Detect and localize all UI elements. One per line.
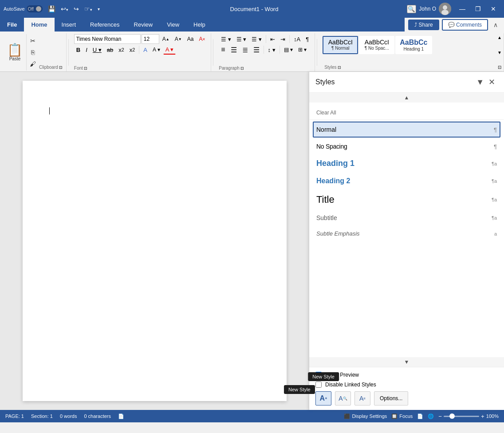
styles-panel-close-button[interactable]: ✕ [486, 76, 498, 88]
redo-button[interactable]: ↪ [72, 4, 81, 13]
tab-home[interactable]: Home [24, 18, 54, 31]
touch-button[interactable]: ☞▾ [83, 4, 94, 13]
zoom-out-button[interactable]: − [438, 413, 442, 420]
subscript-button[interactable]: x2 [116, 45, 126, 55]
style-item-title[interactable]: Title ¶a [309, 189, 504, 210]
document-page[interactable] [23, 81, 287, 401]
inc-indent-button[interactable]: ⇥ [278, 34, 287, 44]
show-marks-button[interactable]: ¶ [303, 34, 311, 44]
font-size-input[interactable] [142, 34, 159, 44]
clear-all-item[interactable]: Clear All [309, 105, 504, 120]
format-painter-button[interactable]: 🖌 [28, 59, 37, 68]
align-center-button[interactable]: ☰ [228, 45, 239, 55]
panel-scroll-up-button[interactable]: ▲ [309, 93, 504, 102]
collapse-ribbon-button[interactable]: ∧ [491, 20, 500, 29]
style-h1-btn[interactable]: AaBbCc Heading 1 [395, 36, 432, 54]
underline-button[interactable]: U ▾ [91, 45, 104, 55]
customize-qa-button[interactable]: ▾ [96, 6, 102, 12]
borders-button[interactable]: ⊞ ▾ [296, 45, 309, 55]
tab-review[interactable]: Review [127, 18, 160, 31]
tab-view[interactable]: View [160, 18, 186, 31]
tab-help[interactable]: Help [186, 18, 213, 31]
line-spacing-button[interactable]: ↕ ▾ [266, 45, 278, 55]
style-item-subtitle[interactable]: Subtitle ¶a [309, 210, 504, 226]
numbering-button[interactable]: ☰ ▾ [234, 34, 249, 44]
tab-references[interactable]: References [83, 18, 126, 31]
zoom-percent: 100% [486, 413, 499, 419]
minimize-button[interactable]: — [455, 4, 470, 14]
status-icon-1[interactable]: 📄 [118, 413, 124, 419]
dec-indent-button[interactable]: ⇤ [268, 34, 277, 44]
para-sep1 [266, 35, 266, 43]
font-color-button[interactable]: A ▾ [163, 45, 176, 55]
italic-button[interactable]: I [83, 45, 90, 55]
autosave-area: AutoSave Off [4, 5, 43, 12]
disable-linked-checkbox[interactable] [315, 382, 322, 388]
share-button[interactable]: ⤴ Share [408, 20, 439, 30]
multilevel-button[interactable]: ☰ ▾ [249, 34, 264, 44]
paste-button[interactable]: 📋 Paste [4, 34, 27, 71]
styles-scroll-expand[interactable]: ⊡ [496, 64, 504, 71]
comments-button[interactable]: 💬 Comments [442, 19, 488, 31]
copy-button[interactable]: ⎘ [28, 48, 37, 57]
bullets-button[interactable]: ☰ ▾ [219, 34, 233, 44]
zoom-slider[interactable] [444, 416, 479, 417]
autosave-toggle[interactable]: Off [27, 5, 43, 12]
styles-scroll-up[interactable]: ▲ [496, 34, 504, 41]
superscript-button[interactable]: x2 [127, 45, 138, 55]
style-normal-btn[interactable]: AaBbCcI ¶ Normal [323, 36, 358, 54]
style-nospacing-btn[interactable]: AaBbCcI ¶ No Spac... [359, 36, 394, 54]
styles-expander[interactable]: ⊡ [338, 65, 341, 70]
align-left-button[interactable]: ≡ [219, 45, 227, 55]
separator-2 [213, 39, 213, 66]
strikethrough-button[interactable]: ab [105, 45, 115, 55]
document-canvas[interactable] [0, 72, 309, 410]
clipboard-expander[interactable]: ⊡ [59, 65, 63, 70]
align-right-button[interactable]: ≣ [240, 45, 250, 55]
shading-button[interactable]: ▤ ▾ [282, 45, 295, 55]
paragraph-expander[interactable]: ⊡ [240, 66, 244, 71]
undo-button[interactable]: ↩▾ [59, 4, 70, 13]
para-sep4 [280, 46, 280, 54]
cut-button[interactable]: ✂ [28, 36, 37, 45]
tab-insert[interactable]: Insert [55, 18, 83, 31]
display-settings-button[interactable]: ⬛Display Settings [344, 413, 387, 419]
font-size-inc-button[interactable]: A▲ [160, 34, 172, 44]
window-title: Document1 - Word [105, 6, 404, 12]
clear-format-button[interactable]: A× [197, 34, 207, 44]
style-item-subtle-em[interactable]: Subtle Emphasis a [309, 226, 504, 241]
style-item-h1[interactable]: Heading 1 ¶a [309, 154, 504, 173]
style-item-nospacing[interactable]: No Spacing ¶ [309, 138, 504, 154]
style-normal-label: ¶ Normal [327, 46, 354, 51]
tab-file[interactable]: File [0, 18, 24, 31]
search-button[interactable]: 🔍 [407, 5, 416, 13]
panel-scroll-down-button[interactable]: ▼ [309, 357, 504, 367]
manage-styles-button[interactable]: A≡ [354, 391, 370, 405]
style-item-h2[interactable]: Heading 2 ¶a [309, 173, 504, 189]
focus-button[interactable]: 🔲Focus [391, 413, 413, 419]
font-expander[interactable]: ⊡ [84, 66, 87, 71]
user-avatar[interactable] [439, 3, 451, 15]
sort-button[interactable]: ↕A [291, 34, 303, 44]
web-layout-button[interactable]: 🌐 [428, 413, 434, 419]
restore-button[interactable]: ❐ [471, 4, 485, 14]
highlight-button[interactable]: A ▾ [150, 45, 162, 55]
styles-panel-dropdown-button[interactable]: ▼ [476, 76, 484, 88]
print-layout-button[interactable]: 📄 [417, 413, 423, 419]
style-inspector-button[interactable]: A🔍 [335, 391, 351, 405]
justify-button[interactable]: ☰ [251, 45, 262, 55]
font-name-input[interactable] [74, 34, 141, 44]
bold-button[interactable]: B [74, 45, 83, 55]
close-button[interactable]: ✕ [486, 4, 500, 14]
styles-scroll-down[interactable]: ▼ [496, 49, 504, 56]
ribbon-right-buttons: ⤴ Share 💬 Comments ∧ [405, 18, 504, 31]
change-case-button[interactable]: Aa [185, 34, 196, 44]
save-button[interactable]: 💾 [46, 4, 57, 13]
font-size-dec-button[interactable]: A▼ [173, 34, 184, 44]
style-item-normal[interactable]: Normal ¶ [313, 122, 500, 138]
new-style-button[interactable]: A+ [315, 391, 331, 405]
font-row-1: A▲ A▼ Aa A× [74, 34, 207, 44]
text-effects-button[interactable]: A [141, 45, 150, 55]
options-button[interactable]: Options... [374, 391, 408, 405]
zoom-in-button[interactable]: + [481, 413, 484, 420]
